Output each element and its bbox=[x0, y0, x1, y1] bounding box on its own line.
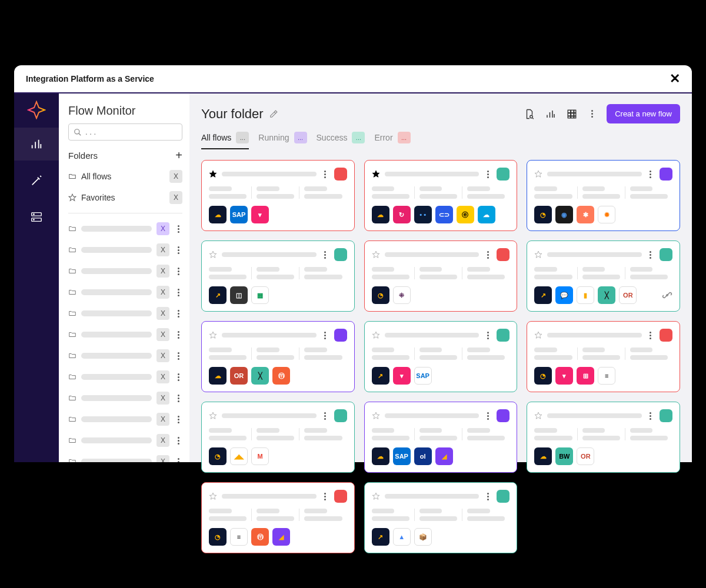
folder-icon bbox=[68, 288, 76, 296]
folder-item[interactable]: X bbox=[68, 218, 182, 239]
favorite-star-icon[interactable] bbox=[534, 412, 542, 420]
flow-card[interactable]: ◔⁜ bbox=[364, 240, 518, 312]
folder-more-icon[interactable] bbox=[174, 372, 182, 382]
folder-item[interactable]: X bbox=[68, 239, 182, 260]
folder-item[interactable]: X bbox=[68, 451, 182, 462]
favorite-star-icon[interactable] bbox=[372, 250, 380, 259]
create-new-flow-button[interactable]: Creat a new flow bbox=[607, 104, 680, 123]
folder-item[interactable]: X bbox=[68, 366, 182, 387]
status-badge bbox=[660, 409, 672, 422]
nav-item-wand[interactable] bbox=[14, 164, 59, 197]
flow-card[interactable]: ☁↻• •⊂⊃ⓔ☁ bbox=[364, 160, 518, 231]
integration-app-icon: ☁ bbox=[209, 206, 227, 223]
flow-card[interactable]: ☁SAPol◢ bbox=[364, 402, 518, 473]
tab-error[interactable]: Error... bbox=[374, 132, 410, 149]
nav-item-monitor[interactable] bbox=[14, 128, 59, 161]
integration-icon-row: ↗▲📦 bbox=[372, 528, 510, 546]
card-more-icon[interactable] bbox=[321, 491, 329, 502]
card-info-columns bbox=[534, 186, 672, 199]
folder-item[interactable]: X bbox=[68, 387, 182, 409]
card-more-icon[interactable] bbox=[484, 410, 492, 421]
folder-more-icon[interactable] bbox=[174, 329, 182, 340]
favorite-star-icon[interactable] bbox=[534, 250, 542, 259]
card-more-icon[interactable] bbox=[484, 169, 492, 179]
card-more-icon[interactable] bbox=[484, 491, 492, 502]
folder-more-icon[interactable] bbox=[174, 308, 182, 319]
card-more-icon[interactable] bbox=[321, 169, 329, 179]
tab-success[interactable]: Success... bbox=[317, 132, 365, 149]
favorite-star-icon[interactable] bbox=[209, 170, 217, 178]
folder-more-icon[interactable] bbox=[174, 456, 182, 462]
integration-app-icon: M bbox=[251, 447, 269, 465]
flow-card[interactable]: ☁BWOR bbox=[527, 402, 680, 473]
tab-running[interactable]: Running... bbox=[258, 132, 307, 149]
flow-card[interactable]: ☁SAP▾ bbox=[201, 160, 355, 231]
card-more-icon[interactable] bbox=[321, 249, 329, 260]
folder-item[interactable]: X bbox=[68, 324, 182, 345]
favorite-star-icon[interactable] bbox=[209, 331, 217, 339]
flow-card[interactable]: ◔≡ⓜ◢ bbox=[201, 482, 355, 553]
search-input[interactable] bbox=[85, 128, 177, 136]
search-input-wrapper[interactable] bbox=[68, 123, 182, 141]
bar-chart-icon[interactable] bbox=[545, 109, 556, 119]
favorite-star-icon[interactable] bbox=[534, 170, 542, 178]
edit-icon[interactable] bbox=[269, 110, 278, 118]
card-more-icon[interactable] bbox=[647, 169, 655, 179]
folder-item[interactable]: X bbox=[68, 430, 182, 451]
folder-item[interactable]: X bbox=[68, 345, 182, 366]
flow-card[interactable]: ◔◢◣M bbox=[201, 402, 355, 473]
card-more-icon[interactable] bbox=[484, 330, 492, 340]
favorite-star-icon[interactable] bbox=[372, 331, 380, 339]
card-more-icon[interactable] bbox=[647, 249, 655, 260]
card-more-icon[interactable] bbox=[321, 330, 329, 340]
svg-marker-18 bbox=[535, 171, 542, 177]
close-icon[interactable]: ✕ bbox=[670, 71, 680, 86]
folder-more-icon[interactable] bbox=[174, 266, 182, 276]
favorite-star-icon[interactable] bbox=[209, 412, 217, 420]
folder-item[interactable]: X bbox=[68, 260, 182, 282]
grid-view-icon[interactable] bbox=[567, 109, 577, 119]
card-more-icon[interactable] bbox=[647, 410, 655, 421]
folder-more-icon[interactable] bbox=[174, 350, 182, 361]
folder-item[interactable]: X bbox=[68, 303, 182, 324]
integration-app-icon: SAP bbox=[230, 206, 248, 223]
folder-item[interactable]: X bbox=[68, 282, 182, 303]
more-options-icon[interactable] bbox=[588, 109, 596, 119]
file-search-icon[interactable] bbox=[524, 109, 535, 119]
folder-count-badge: X bbox=[156, 455, 169, 462]
favorite-star-icon[interactable] bbox=[372, 412, 380, 420]
favorite-star-icon[interactable] bbox=[534, 331, 542, 339]
favorite-star-icon[interactable] bbox=[209, 250, 217, 259]
flow-card[interactable]: ↗💬▮╳OR bbox=[527, 240, 680, 312]
card-more-icon[interactable] bbox=[484, 249, 492, 260]
integration-app-icon: ▲ bbox=[393, 528, 411, 546]
folder-more-icon[interactable] bbox=[174, 414, 182, 425]
folder-more-icon[interactable] bbox=[174, 245, 182, 255]
folder-favorites[interactable]: FavoritesX bbox=[68, 187, 182, 208]
flow-card[interactable]: ↗◫▦ bbox=[201, 240, 355, 312]
card-more-icon[interactable] bbox=[647, 330, 655, 340]
favorite-star-icon[interactable] bbox=[372, 492, 380, 500]
card-header bbox=[534, 409, 672, 422]
link-icon[interactable] bbox=[662, 290, 672, 300]
folder-more-icon[interactable] bbox=[174, 393, 182, 403]
svg-rect-14 bbox=[571, 116, 574, 118]
main-content: Your folder Creat a new flow All flows..… bbox=[189, 93, 692, 462]
flow-card[interactable]: ◔▾⊞≡ bbox=[527, 321, 680, 392]
favorite-star-icon[interactable] bbox=[372, 170, 380, 178]
flow-card[interactable]: ↗▲📦 bbox=[364, 482, 518, 553]
status-badge bbox=[334, 490, 347, 503]
favorite-star-icon[interactable] bbox=[209, 492, 217, 500]
tab-all-flows[interactable]: All flows... bbox=[201, 132, 249, 149]
nav-item-database[interactable] bbox=[14, 201, 59, 233]
folder-more-icon[interactable] bbox=[174, 435, 182, 446]
flow-card[interactable]: ↗▾SAP bbox=[364, 321, 518, 392]
card-more-icon[interactable] bbox=[321, 410, 329, 421]
add-folder-button[interactable]: + bbox=[175, 149, 182, 162]
flow-card[interactable]: ◔◉✱✹ bbox=[527, 160, 680, 231]
folder-more-icon[interactable] bbox=[174, 223, 182, 234]
folder-more-icon[interactable] bbox=[174, 287, 182, 298]
folder-item[interactable]: X bbox=[68, 409, 182, 430]
folder-all-flows[interactable]: All flowsX bbox=[68, 166, 182, 187]
flow-card[interactable]: ☁OR╳ⓜ bbox=[201, 321, 355, 392]
